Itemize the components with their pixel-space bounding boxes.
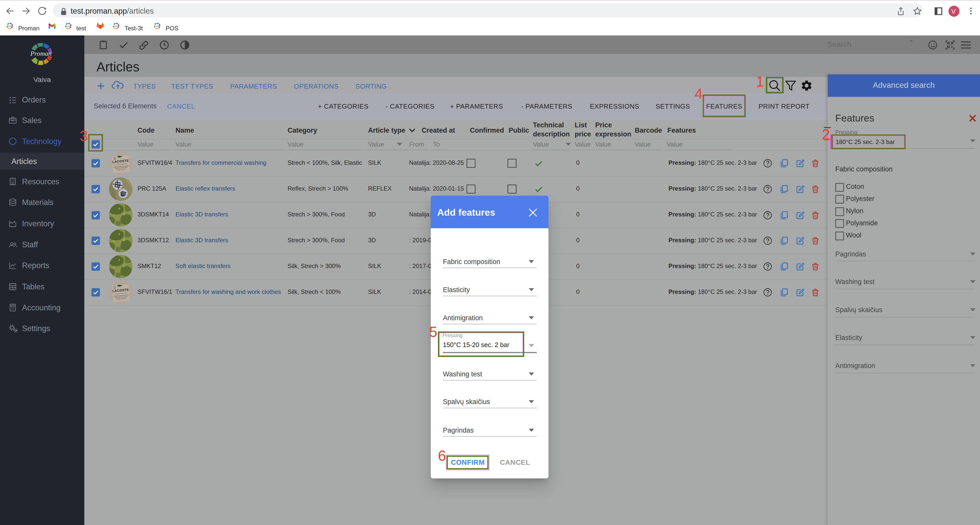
svg-text:Proman: Proman	[6, 25, 13, 27]
svg-text:Proman: Proman	[30, 50, 52, 57]
svg-text:Prochef: Prochef	[154, 25, 160, 27]
svg-text:Proman: Proman	[65, 25, 71, 27]
svg-text:Proman: Proman	[113, 25, 119, 27]
